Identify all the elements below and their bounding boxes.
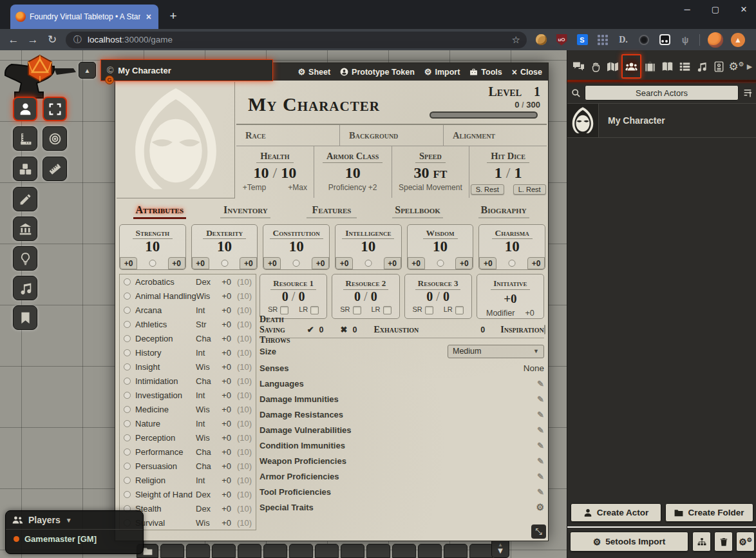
maximize-button[interactable]: ▢ [707, 1, 724, 18]
tab-items[interactable] [641, 54, 659, 79]
delete-button[interactable] [714, 532, 733, 552]
actor-list-item[interactable]: My Character [567, 103, 756, 138]
macro-slot[interactable] [186, 544, 210, 558]
notes-controls-button[interactable] [13, 305, 37, 330]
proficiency-radio[interactable] [221, 260, 228, 267]
save-mod[interactable]: +0 [263, 257, 281, 269]
5etools-import-button[interactable]: ⚙ 5etools Import [570, 532, 688, 552]
tab-inventory[interactable]: Inventory [203, 204, 289, 220]
skill-prof-radio[interactable] [124, 463, 131, 470]
window-resize-handle[interactable]: ⤡ [531, 524, 546, 539]
macro-slot[interactable] [212, 544, 236, 558]
tiles-controls-button[interactable] [13, 157, 37, 181]
browser-tab[interactable]: Foundry Virtual Tabletop • A Stan × [10, 5, 158, 29]
lr-checkbox[interactable] [383, 306, 392, 314]
character-portrait[interactable] [117, 82, 235, 198]
hotbar-page-button[interactable]: ▲ ▼ [491, 539, 509, 558]
macro-slot[interactable] [469, 544, 493, 558]
death-failure-count[interactable]: 0 [352, 325, 357, 334]
fork-extension-icon[interactable]: ψ [679, 34, 692, 46]
save-mod[interactable]: +0 [192, 257, 209, 269]
skill-row[interactable]: ReligionInt+0(10) [120, 473, 256, 487]
save-mod[interactable]: +0 [335, 257, 353, 269]
create-actor-button[interactable]: Create Actor [571, 503, 661, 522]
macro-slot[interactable] [315, 544, 339, 558]
long-rest-button[interactable]: L. Rest [513, 184, 546, 195]
skill-prof-radio[interactable] [124, 278, 131, 285]
lr-checkbox[interactable] [455, 306, 464, 314]
skill-row[interactable]: AcrobaticsDex+0(10) [120, 274, 256, 289]
skill-prof-radio[interactable] [124, 392, 131, 399]
death-failure-icon[interactable]: ✖ [341, 325, 348, 334]
skill-prof-radio[interactable] [124, 307, 131, 314]
proficiency-radio[interactable] [293, 260, 300, 267]
edit-icon[interactable]: ✎ [537, 472, 544, 481]
save-mod[interactable]: +0 [479, 257, 496, 269]
browser-update-button[interactable]: ▲ [731, 33, 745, 47]
skill-row[interactable]: ArcanaInt+0(10) [120, 303, 256, 317]
edit-icon[interactable]: ✎ [537, 441, 544, 450]
ability-score[interactable]: 10 [408, 239, 473, 255]
macro-slot[interactable] [263, 544, 287, 558]
sort-icon[interactable] [742, 88, 753, 98]
folder-tree-button[interactable] [692, 532, 711, 552]
ability-score[interactable]: 10 [335, 239, 401, 255]
gear-icon[interactable]: ⚙ [536, 503, 544, 512]
alignment-field[interactable]: Alignment [444, 125, 547, 146]
players-header[interactable]: Players ▼ [6, 511, 143, 530]
skill-prof-radio[interactable] [124, 363, 131, 370]
lighting-controls-button[interactable] [13, 246, 37, 271]
xp-current[interactable]: 0 [515, 100, 519, 110]
hp-temp-label[interactable]: +Temp [243, 183, 266, 192]
create-folder-button[interactable]: Create Folder [665, 503, 753, 522]
grid-extension-icon[interactable] [596, 34, 609, 46]
hp-max[interactable]: 10 [281, 164, 296, 181]
target-tool-button[interactable] [43, 126, 67, 151]
sr-checkbox[interactable] [353, 306, 361, 314]
edit-icon[interactable]: ✎ [537, 425, 544, 435]
edit-icon[interactable]: ✎ [537, 379, 544, 389]
hd-max[interactable]: 1 [514, 164, 522, 181]
skill-row[interactable]: IntimidationCha+0(10) [120, 374, 256, 388]
minimize-button[interactable]: ─ [679, 1, 695, 18]
drawing-controls-button[interactable] [13, 187, 37, 211]
url-bar[interactable]: ⓘ localhost :30000/game ☆ [66, 32, 527, 48]
ruler-tool-button[interactable] [43, 157, 67, 181]
tab-biography[interactable]: Biography [460, 204, 547, 220]
skill-row[interactable]: DeceptionCha+0(10) [120, 331, 256, 345]
macro-slot[interactable] [341, 544, 364, 558]
new-tab-button[interactable]: + [165, 8, 182, 24]
background-field[interactable]: Background [340, 125, 444, 146]
initiative-value[interactable]: +0 [480, 292, 541, 306]
actor-thumbnail[interactable] [567, 104, 599, 137]
edit-icon[interactable]: ✎ [537, 487, 544, 497]
tab-chat[interactable] [570, 54, 587, 79]
ac-value[interactable]: 10 [345, 164, 361, 181]
measure-controls-button[interactable] [13, 126, 37, 151]
skill-row[interactable]: MedicineWis+0(10) [120, 402, 256, 416]
darkreader-extension-icon[interactable] [658, 34, 671, 46]
back-button[interactable]: ← [4, 34, 23, 46]
tab-journal[interactable] [659, 54, 676, 79]
skill-prof-radio[interactable] [124, 335, 131, 342]
skill-prof-radio[interactable] [124, 321, 131, 328]
death-success-icon[interactable]: ✔ [307, 325, 314, 334]
s-extension-icon[interactable]: S [576, 34, 589, 46]
lr-checkbox[interactable] [310, 306, 319, 314]
tab-settings[interactable]: ⚙⚙ [728, 54, 745, 79]
save-mod[interactable]: +0 [408, 257, 425, 269]
sheet-config-button[interactable]: ⚙ Sheet [298, 68, 330, 77]
size-select[interactable]: Medium ▼ [448, 345, 544, 358]
settings-button[interactable]: ⚙⚙ [736, 532, 755, 552]
save-mod[interactable]: +0 [120, 257, 137, 269]
tab-spellbook[interactable]: Spellbook [375, 204, 461, 220]
ability-score[interactable]: 10 [192, 239, 258, 255]
skill-prof-radio[interactable] [124, 349, 131, 356]
macro-slot[interactable] [392, 544, 416, 558]
macro-slot[interactable] [238, 544, 261, 558]
skill-row[interactable]: InvestigationInt+0(10) [120, 388, 256, 402]
macro-slot[interactable] [289, 544, 313, 558]
tab-close-icon[interactable]: × [144, 12, 153, 22]
walls-controls-button[interactable] [13, 216, 37, 241]
exhaustion-count[interactable]: 0 [480, 325, 485, 334]
